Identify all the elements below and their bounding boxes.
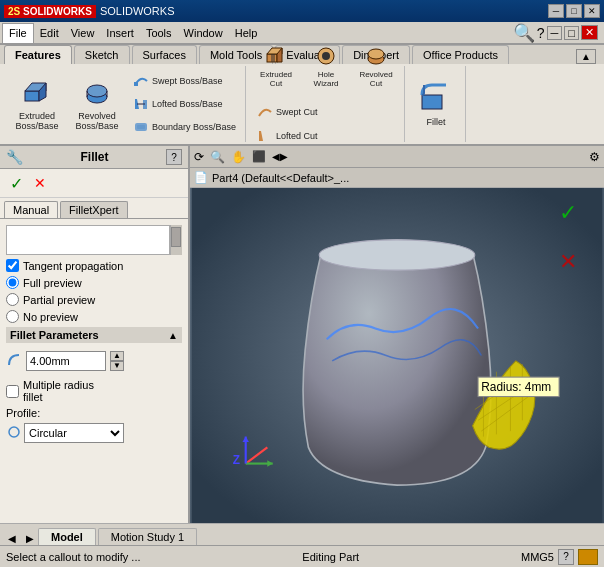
multiple-radius-row: Multiple radiusfillet	[6, 379, 182, 403]
fillet-toolbar-button[interactable]: Fillet	[411, 69, 461, 139]
fillet-panel: 🔧 Fillet ? ✓ ✕ Manual FilletXpert Tange	[0, 146, 190, 523]
ribbon-collapse[interactable]: ▲	[576, 49, 596, 64]
search-icon[interactable]: 🔍	[513, 22, 535, 44]
svg-marker-19	[259, 131, 263, 141]
scroll-left-tab[interactable]: ◀	[4, 532, 20, 545]
menu-insert[interactable]: Insert	[100, 23, 140, 43]
no-preview-radio[interactable]	[6, 310, 19, 323]
menu-view[interactable]: View	[65, 23, 101, 43]
revolved-cut-button[interactable]: RevolvedCut	[352, 37, 400, 95]
sw-logo: 2S SOLIDWORKS	[4, 5, 96, 18]
pan-icon[interactable]: ✋	[231, 150, 246, 164]
rotate-view-icon[interactable]: ⟳	[194, 150, 204, 164]
minimize-button[interactable]: ─	[548, 4, 564, 18]
hole-wizard-button[interactable]: HoleWizard	[302, 37, 350, 95]
no-preview-row: No preview	[6, 310, 182, 323]
multiple-radius-checkbox[interactable]	[6, 385, 19, 398]
boundary-boss-label: Boundary Boss/Base	[152, 122, 236, 132]
svg-rect-14	[271, 54, 275, 62]
radius-up-button[interactable]: ▲	[110, 351, 124, 361]
menu-win-max[interactable]: □	[564, 26, 579, 40]
canvas-area: Z Radius: 4mm ✓ ✕	[190, 188, 604, 523]
fillet-panel-title: Fillet	[80, 150, 108, 164]
status-help-button[interactable]: ?	[558, 549, 574, 565]
extruded-cut-button[interactable]: ExtrudedCut	[252, 37, 300, 95]
cut-group: ExtrudedCut HoleWizard	[248, 66, 405, 142]
menu-file[interactable]: File	[2, 23, 34, 43]
radius-input[interactable]: 4.00mm	[26, 351, 106, 371]
swept-boss-button[interactable]: Swept Boss/Base	[128, 70, 241, 92]
swept-cut-button[interactable]: Swept Cut	[252, 101, 400, 123]
fillet-ok-button[interactable]: ✓	[6, 173, 26, 193]
svg-rect-21	[422, 95, 442, 109]
bottom-tab-motion-study[interactable]: Motion Study 1	[98, 528, 197, 545]
close-button[interactable]: ✕	[584, 4, 600, 18]
partial-preview-radio[interactable]	[6, 293, 19, 306]
swept-boss-label: Swept Boss/Base	[152, 76, 223, 86]
menu-window[interactable]: Window	[178, 23, 229, 43]
fillet-params-header[interactable]: Fillet Parameters ▲	[6, 327, 182, 343]
fillet-help-button[interactable]: ?	[166, 149, 182, 165]
partial-preview-label: Partial preview	[23, 294, 95, 306]
bottom-tab-model[interactable]: Model	[38, 528, 96, 545]
fillet-content: Tangent propagation Full preview Partial…	[0, 219, 188, 523]
lofted-cut-label: Lofted Cut	[276, 131, 318, 141]
revolved-boss-button[interactable]: RevolvedBoss/Base	[68, 69, 126, 139]
editing-status: Editing Part	[302, 551, 359, 563]
partial-preview-row: Partial preview	[6, 293, 182, 306]
profile-label: Profile:	[6, 407, 40, 419]
fillet-tab-manual[interactable]: Manual	[4, 201, 58, 218]
swept-cut-label: Swept Cut	[276, 107, 318, 117]
radius-spinner: ▲ ▼	[110, 351, 124, 371]
radius-row: 4.00mm ▲ ▼	[6, 347, 182, 375]
multiple-radius-label: Multiple radiusfillet	[23, 379, 94, 403]
full-preview-radio[interactable]	[6, 276, 19, 289]
radius-input-group: 4.00mm ▲ ▼	[26, 351, 124, 371]
menu-edit[interactable]: Edit	[34, 23, 65, 43]
extruded-boss-button[interactable]: ExtrudedBoss/Base	[8, 69, 66, 139]
tab-surfaces[interactable]: Surfaces	[132, 45, 197, 64]
scroll-right-tab[interactable]: ▶	[22, 532, 38, 545]
fillet-cancel-button[interactable]: ✕	[30, 173, 50, 193]
main-area: 🔧 Fillet ? ✓ ✕ Manual FilletXpert Tange	[0, 146, 604, 523]
svg-point-16	[322, 52, 330, 60]
tab-features[interactable]: Features	[4, 45, 72, 64]
zoom-icon[interactable]: 🔍	[210, 150, 225, 164]
3d-model: Z Radius: 4mm ✓ ✕	[190, 188, 604, 523]
radius-down-button[interactable]: ▼	[110, 361, 124, 371]
help-menu-icon[interactable]: ?	[537, 25, 545, 41]
fillet-params-title: Fillet Parameters	[10, 329, 99, 341]
profile-select[interactable]: Circular Conic Curvature	[24, 423, 124, 443]
viewport-toolbar: ⟳ 🔍 ✋ ⬛ ◀▶ ⚙	[190, 146, 604, 168]
tangent-propagation-row: Tangent propagation	[6, 259, 182, 272]
view-arrows[interactable]: ◀▶	[272, 151, 288, 162]
menu-win-min[interactable]: ─	[547, 26, 563, 40]
fillet-tabs: Manual FilletXpert	[0, 198, 188, 219]
profile-select-row: Circular Conic Curvature	[6, 423, 182, 443]
fillet-tab-filletxpert[interactable]: FilletXpert	[60, 201, 128, 218]
full-preview-row: Full preview	[6, 276, 182, 289]
viewport-settings-icon[interactable]: ⚙	[589, 150, 600, 164]
svg-rect-5	[134, 82, 138, 86]
lofted-boss-button[interactable]: Lofted Boss/Base	[128, 93, 241, 115]
fillet-actions: ✓ ✕	[0, 169, 188, 198]
lofted-cut-button[interactable]: Lofted Cut	[252, 125, 400, 147]
fillet-panel-icon: 🔧	[6, 149, 23, 165]
no-preview-label: No preview	[23, 311, 78, 323]
svg-text:Radius: 4mm: Radius: 4mm	[481, 380, 551, 394]
fillet-panel-header: 🔧 Fillet ?	[0, 146, 188, 169]
boundary-boss-button[interactable]: Boundary Boss/Base	[128, 116, 241, 138]
tab-sketch[interactable]: Sketch	[74, 45, 130, 64]
svg-point-18	[368, 49, 384, 59]
extruded-boss-label: ExtrudedBoss/Base	[15, 111, 58, 131]
menu-win-close[interactable]: ✕	[581, 25, 598, 40]
part-name: Part4 (Default<<Default>_...	[212, 172, 349, 184]
view-orientation-icon[interactable]: ⬛	[252, 150, 266, 163]
part-breadcrumb: 📄 Part4 (Default<<Default>_...	[190, 168, 604, 188]
ribbon: ExtrudedBoss/Base RevolvedBoss/Base	[0, 64, 604, 146]
tab-office-products[interactable]: Office Products	[412, 45, 509, 64]
tangent-propagation-checkbox[interactable]	[6, 259, 19, 272]
status-indicator	[578, 549, 598, 565]
menu-tools[interactable]: Tools	[140, 23, 178, 43]
maximize-button[interactable]: □	[566, 4, 582, 18]
